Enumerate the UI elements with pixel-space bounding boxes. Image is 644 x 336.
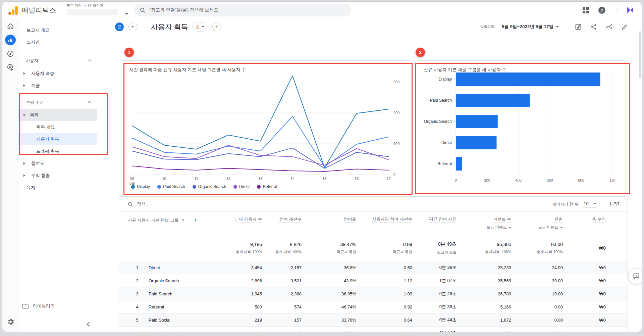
sidebar-item-tech[interactable]: 기술	[18, 80, 97, 92]
sidebar-item-retention[interactable]: 유지	[18, 182, 97, 194]
audience-chip[interactable]: 모	[115, 22, 124, 31]
scrollbar[interactable]	[639, 21, 641, 330]
table-row[interactable]: 1Direct3,4542,16736.8%0.600분 36초25,23324…	[119, 261, 628, 274]
line-chart-card: 시간 경과에 따른 신규 사용자 기본 채널 그룹별 새 사용자 수 01002…	[119, 60, 412, 194]
analytics-logo[interactable]: 애널리틱스	[2, 5, 56, 15]
metric-cell: 1,872	[457, 318, 511, 323]
sidebar-item-monetization[interactable]: 수익 창출	[18, 170, 97, 182]
insights-icon[interactable]	[605, 23, 613, 31]
apps-grid-icon[interactable]	[583, 7, 589, 13]
column-header[interactable]: 참여율	[302, 217, 356, 222]
sidebar-item-engagement[interactable]: 참여도	[18, 157, 97, 170]
sidebar-item-reports-snapshot[interactable]: 보고서 개요	[18, 24, 97, 36]
totals-cell: 83.00총계 대비 100%	[511, 242, 563, 254]
legend-label: Organic Search	[198, 184, 226, 189]
column-header[interactable]: 전환모든 이벤트	[511, 217, 563, 230]
totals-cell: 0.89평균과 동일	[356, 242, 412, 254]
chevron-down-icon	[560, 227, 563, 228]
add-dimension-button[interactable]: +	[193, 217, 197, 224]
chevron-down-icon	[202, 26, 204, 28]
bar-chart-title: 신규 사용자 기본 채널 그룹별 새 사용자 수	[424, 67, 506, 73]
global-search-input[interactable]: "광고와 연결"을(를) 검색해 보세요	[134, 4, 351, 16]
legend-item[interactable]: Display	[131, 184, 150, 189]
event-filter-select[interactable]: 모든 이벤트	[486, 225, 511, 230]
column-header[interactable]: 총 수익	[563, 217, 606, 222]
page-title: 사용자 획득	[151, 22, 188, 32]
advertising-icon[interactable]	[5, 62, 15, 72]
svg-text:Paid Search: Paid Search	[430, 98, 452, 103]
metric-cell: 5,160	[457, 304, 511, 309]
sidebar-item-traffic-acquisition[interactable]: 트래픽 획득	[18, 145, 97, 157]
add-comparison-button[interactable]: +	[128, 22, 137, 31]
table-search-row: 검색... 페이지당 행 수: 10 1~7/7	[119, 197, 628, 212]
event-filter-select[interactable]: 모든 이벤트	[538, 225, 563, 230]
column-header[interactable]: 평균 참여 시간	[412, 217, 457, 222]
metric-cell: 36.8%	[302, 265, 356, 270]
line-chart[interactable]: 0100200300095월1011121314151617	[119, 61, 412, 194]
table-header-row: 신규 사용자 기본 채널 그룹+↓ 새 사용자 수참여 세션수참여율사용자당 참…	[119, 212, 628, 235]
legend-item[interactable]: Paid Search	[157, 184, 185, 189]
sidebar-item-user-attributes[interactable]: 사용자 속성	[18, 67, 97, 80]
table-row[interactable]: 2Organic Search2,8963,52143.9%1.121분 07초…	[119, 274, 628, 287]
table-search-input[interactable]: 검색...	[137, 201, 149, 207]
left-rail	[2, 18, 18, 332]
date-range-picker[interactable]: 5월 9일~2022년 5월 17일	[502, 24, 559, 30]
svg-text:400: 400	[516, 178, 522, 182]
rows-per-page-select[interactable]: 10	[583, 200, 596, 208]
home-icon[interactable]	[5, 21, 15, 31]
help-icon[interactable]: ?	[598, 7, 605, 14]
sidebar-item-acquisition-overview[interactable]: 획득 개요	[18, 121, 97, 133]
svg-text:Display: Display	[439, 77, 452, 82]
legend-item[interactable]: Organic Search	[193, 184, 226, 189]
share-icon[interactable]	[590, 23, 597, 31]
legend-dot-icon	[233, 185, 237, 189]
table-row[interactable]: 6Organic Social484235.9%0.840분 44초4711.0…	[119, 327, 628, 332]
column-header[interactable]: 사용자당 참여 세션수	[356, 217, 412, 222]
customize-report-icon[interactable]	[575, 23, 582, 31]
totals-cell: ₩0	[563, 245, 606, 251]
account-switcher[interactable]: 모든 계정 > 나인하이어	[67, 3, 124, 17]
report-header: 모 + 사용자 획득 ⚠ + 맞춤설정 5월 9일~2022년 5월 17일	[97, 18, 642, 35]
explore-icon[interactable]	[5, 49, 15, 59]
chevron-down-icon	[508, 227, 511, 228]
chevron-down-icon	[556, 26, 559, 28]
sidebar-item-realtime[interactable]: 실시간	[18, 36, 97, 48]
bar-chart[interactable]: 02004006008001천DisplayPaid SearchOrganic…	[416, 61, 626, 194]
line-chart-title: 시간 경과에 따른 신규 사용자 기본 채널 그룹별 새 사용자 수	[129, 67, 246, 73]
sidebar-item-library[interactable]: 라이브러리	[18, 300, 97, 313]
column-header[interactable]: ↓ 새 사용자 수	[226, 217, 262, 222]
channel-name: Paid Social	[147, 318, 226, 323]
reports-icon[interactable]	[5, 35, 16, 45]
metric-cell: 0.00	[511, 304, 563, 309]
sidebar-item-user-acquisition[interactable]: 사용자 획득	[18, 133, 97, 145]
divider	[18, 51, 97, 51]
metric-cell: 36.95%	[302, 291, 356, 296]
column-header[interactable]: 이벤트 수모든 이벤트	[457, 217, 511, 230]
product-name: 애널리틱스	[22, 6, 56, 15]
table-row[interactable]: 4Referral58057446.74%0.920분 39초5,1600.00…	[119, 300, 628, 314]
toolbar-icons	[567, 23, 628, 31]
sidebar-item-acquisition[interactable]: 획득	[18, 109, 97, 121]
metric-cell: 0.00	[511, 318, 563, 323]
sidebar-section-lifecycle[interactable]: 수명 주기	[18, 96, 97, 109]
legend-item[interactable]: Direct	[233, 184, 250, 189]
column-header[interactable]: 참여 세션수	[262, 217, 302, 222]
svg-text:Organic Search: Organic Search	[424, 119, 452, 124]
data-quality-warning[interactable]: ⚠	[192, 22, 208, 32]
account-name-redacted	[67, 9, 118, 15]
collapse-sidebar-button[interactable]	[84, 319, 94, 329]
settings-gear-icon[interactable]	[2, 318, 18, 325]
table-row[interactable]: 3Paid Search1,9452,38836.95%1.090분 49초26…	[119, 287, 628, 300]
sidebar-nav: 보고서 개요실시간사용자사용자 속성기술수명 주기획득획득 개요사용자 획득트래…	[18, 24, 97, 194]
dimension-header[interactable]: 신규 사용자 기본 채널 그룹+	[128, 217, 226, 224]
legend-item[interactable]: Referral	[257, 184, 277, 189]
account-avatar[interactable]	[626, 6, 634, 14]
edit-pencil-icon[interactable]	[621, 23, 628, 31]
sidebar-section-user[interactable]: 사용자	[18, 54, 97, 67]
legend-dot-icon	[193, 185, 196, 189]
table-row[interactable]: 5Paid Social21915733.76%0.640분 44초1,8720…	[119, 314, 628, 327]
more-menu-icon[interactable]: ⋮	[615, 9, 617, 11]
add-metric-button[interactable]: +	[212, 22, 221, 31]
metric-cell: 219	[226, 318, 262, 323]
report-header-actions: 맞춤설정 5월 9일~2022년 5월 17일	[480, 18, 628, 35]
